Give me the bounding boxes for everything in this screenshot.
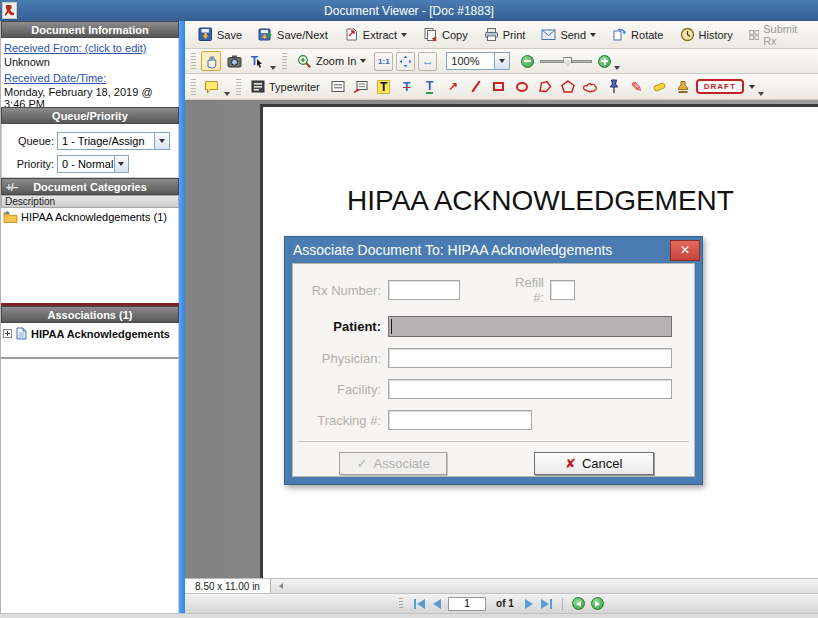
tree-expand-icon[interactable] [3,329,12,338]
zoom-slider[interactable] [540,60,592,63]
history-forward-button[interactable] [591,597,604,610]
toolbar-grip[interactable] [191,79,196,95]
pushpin-tool-button[interactable] [604,77,624,97]
toolbar-grip[interactable] [236,79,241,95]
zoom-out-button[interactable] [521,55,534,68]
save-next-button[interactable]: Save/Next [253,25,333,44]
physician-input[interactable] [388,348,672,368]
rotate-button[interactable]: Rotate [607,25,668,44]
dialog-close-button[interactable]: ✕ [670,240,700,261]
rx-number-input[interactable] [388,280,460,300]
zoom-slider-thumb[interactable] [563,57,572,67]
fit-width-button[interactable]: ↔ [418,52,437,71]
save-button[interactable]: Save [193,25,247,44]
navbar-grip[interactable] [399,598,403,609]
line-icon [471,81,480,93]
page-count-label: of 1 [496,598,514,609]
priority-dropdown-value: 0 - Normal [58,158,114,170]
collapse-panel-button[interactable] [279,579,283,593]
queue-dropdown-button[interactable] [154,133,169,149]
zoom-level-value: 100% [447,55,483,67]
print-button[interactable]: Print [479,25,531,44]
history-button[interactable]: History [675,25,738,44]
extract-dropdown-icon[interactable] [401,33,407,37]
zoom-level-dropdown-button[interactable] [494,53,509,69]
snapshot-tool-button[interactable] [224,51,244,71]
cloud-icon [583,81,598,93]
select-text-tool-button[interactable]: T [247,51,267,71]
camera-icon [227,55,242,68]
zoom-options-dropdown-icon[interactable] [614,66,620,70]
priority-dropdown-button[interactable] [114,156,128,172]
cancel-button[interactable]: ✘ Cancel [534,452,654,475]
facility-input[interactable] [388,379,672,399]
save-next-icon [258,27,273,42]
extract-icon [344,27,359,42]
line-tool-button[interactable] [466,77,486,97]
ellipse-tool-button[interactable] [512,77,532,97]
comment-bubble-icon [204,80,219,94]
tracking-input[interactable] [388,410,532,430]
associate-dialog-body: Rx Number: Refill #: Patient: [292,263,695,477]
association-item[interactable]: HIPAA Acknowledgements [3,327,176,340]
received-date-link[interactable]: Received Date/Time: [4,72,175,84]
cloud-tool-button[interactable] [581,77,601,97]
last-page-button[interactable] [540,598,553,610]
sticky-note-button[interactable] [201,77,221,97]
associate-dialog-title: Associate Document To: HIPAA Acknowledge… [293,242,670,258]
underline-text-button[interactable]: T [420,77,440,97]
highlighter-tool-button[interactable] [650,77,670,97]
queue-dropdown[interactable]: 1 - Triage/Assign [57,132,170,150]
zoom-dropdown-icon[interactable] [360,59,366,63]
patient-input[interactable] [388,316,672,337]
polygon-line-tool-button[interactable] [535,77,555,97]
queue-priority-panel: Queue: 1 - Triage/Assign Priority: 0 - N… [1,124,179,178]
rectangle-tool-button[interactable] [489,77,509,97]
associate-button: ✓ Associate [339,452,447,475]
text-box-tool-button[interactable] [328,77,348,97]
document-viewer-canvas[interactable]: HIPAA ACKNOWLEDGEMENT Associate Document… [185,100,818,578]
send-button[interactable]: Send [536,26,601,43]
annot-options-dropdown-icon[interactable] [758,92,764,96]
close-button[interactable]: ✘ Close [812,27,818,43]
previous-page-button[interactable] [432,598,442,610]
stamp-dropdown-icon[interactable] [749,85,755,89]
pencil-tool-button[interactable]: ✎ [627,77,647,97]
page-number-input[interactable] [448,597,486,611]
strikethrough-icon: T [403,81,410,93]
refill-input[interactable] [550,280,575,300]
chevron-down-icon [118,162,124,166]
note-dropdown-icon[interactable] [224,92,230,96]
hand-icon [204,54,218,69]
highlight-text-button[interactable]: T [374,77,394,97]
tool-options-dropdown-icon[interactable] [270,66,276,70]
stamp-tool-button[interactable] [673,77,693,97]
next-page-button[interactable] [524,598,534,610]
priority-dropdown[interactable]: 0 - Normal [57,155,129,173]
toolbar-grip[interactable] [191,53,196,69]
draft-stamp-button[interactable]: DRAFT [696,77,744,97]
zoom-level-combo[interactable]: 100% [446,52,510,70]
history-back-button[interactable] [572,597,585,610]
zoom-in-button[interactable]: Zoom In [292,52,371,71]
first-page-button[interactable] [413,598,426,610]
pentagon-tool-button[interactable] [558,77,578,97]
actual-size-button[interactable]: 1:1 [374,52,393,71]
draft-stamp-label: DRAFT [696,79,744,94]
typewriter-label: Typewriter [269,81,320,93]
arrow-tool-button[interactable]: ↗ [443,77,463,97]
extract-button[interactable]: Extract [339,25,412,44]
zoom-in-circle-button[interactable] [598,55,611,68]
hand-tool-button[interactable] [201,51,221,71]
annotation-toolbar: Typewriter [185,74,818,100]
expand-collapse-icon[interactable]: +/− [6,180,17,196]
typewriter-button[interactable]: Typewriter [246,78,325,95]
send-dropdown-icon[interactable] [590,33,596,37]
strikethrough-text-button[interactable]: T [397,77,417,97]
fit-page-button[interactable] [396,52,415,71]
callout-tool-button[interactable] [351,77,371,97]
category-item[interactable]: HIPAA Acknowledgements (1) [3,210,176,223]
copy-button[interactable]: Copy [418,25,473,44]
toolbar-grip[interactable] [282,53,287,69]
received-from-link[interactable]: Received From: (click to edit) [4,42,175,54]
